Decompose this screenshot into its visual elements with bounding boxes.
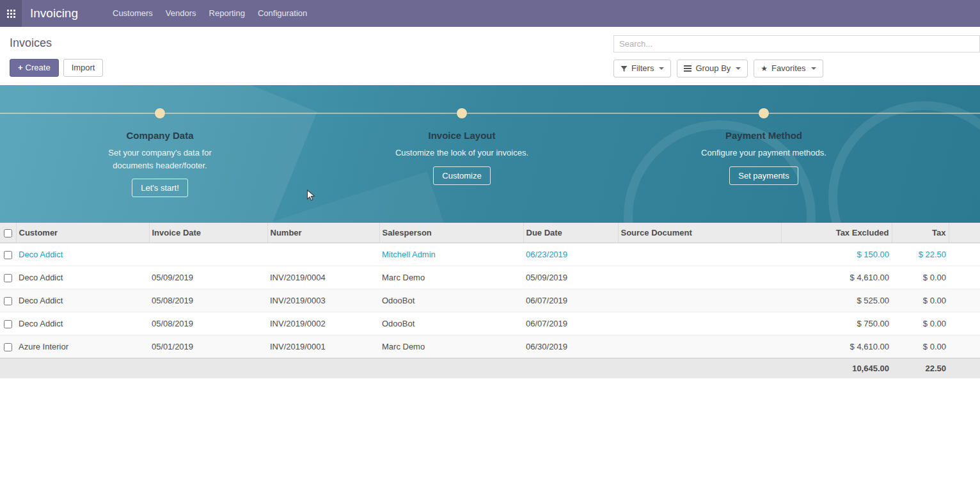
- cell-customer: Deco Addict: [16, 266, 149, 289]
- step-dot-icon: [155, 108, 165, 118]
- cell-invoice-date: 05/09/2019: [149, 266, 267, 289]
- cell-customer: Azure Interior: [16, 335, 149, 358]
- select-all-checkbox[interactable]: [4, 229, 12, 237]
- row-select-cell: [0, 243, 16, 266]
- apps-grid-icon: [7, 10, 15, 18]
- total-tax-excluded: 10,645.00: [781, 358, 892, 379]
- search-input[interactable]: [613, 35, 980, 52]
- row-checkbox[interactable]: [4, 343, 12, 351]
- invoice-row[interactable]: Deco AddictMitchell Admin06/23/2019$ 150…: [0, 243, 980, 266]
- column-tax[interactable]: Tax: [892, 223, 949, 243]
- cell-salesperson: Marc Demo: [379, 266, 523, 289]
- totals-row: 10,645.00 22.50: [0, 358, 980, 379]
- column-customer[interactable]: Customer: [16, 223, 149, 243]
- cell-source-document: [618, 289, 781, 312]
- invoice-row[interactable]: Deco Addict05/08/2019INV/2019/0003OdooBo…: [0, 289, 980, 312]
- cell-source-document: [618, 243, 781, 266]
- caret-down-icon: [736, 67, 741, 70]
- cell-spacer: [949, 312, 980, 335]
- favorites-button[interactable]: ★ Favorites: [754, 60, 823, 77]
- cell-tax-excluded: $ 4,610.00: [781, 266, 892, 289]
- invoice-row[interactable]: Deco Addict05/08/2019INV/2019/0002OdooBo…: [0, 312, 980, 335]
- caret-down-icon: [811, 67, 816, 70]
- app-title[interactable]: Invoicing: [30, 6, 78, 20]
- caret-down-icon: [659, 67, 664, 70]
- group-by-button[interactable]: Group By: [677, 60, 748, 77]
- row-checkbox[interactable]: [4, 251, 12, 259]
- cell-invoice-date: 05/08/2019: [149, 312, 267, 335]
- top-navbar: Invoicing Customers Vendors Reporting Co…: [0, 0, 980, 27]
- column-invoice-date[interactable]: Invoice Date: [149, 223, 267, 243]
- set-payments-button[interactable]: Set payments: [729, 166, 798, 185]
- favorites-star-icon: ★: [761, 63, 768, 74]
- cell-invoice-date: 05/08/2019: [149, 289, 267, 312]
- column-source-document[interactable]: Source Document: [618, 223, 781, 243]
- column-due-date[interactable]: Due Date: [523, 223, 618, 243]
- select-all-cell: [0, 223, 16, 243]
- cell-due-date: 06/23/2019: [523, 243, 618, 266]
- step-description: Set your company's data for documents he…: [93, 147, 227, 172]
- cell-spacer: [949, 335, 980, 358]
- invoice-row[interactable]: Deco Addict05/09/2019INV/2019/0004Marc D…: [0, 266, 980, 289]
- row-checkbox[interactable]: [4, 320, 12, 328]
- cell-tax: $ 22.50: [892, 243, 949, 266]
- column-number[interactable]: Number: [267, 223, 379, 243]
- cell-tax: $ 0.00: [892, 266, 949, 289]
- cell-spacer: [949, 266, 980, 289]
- create-button[interactable]: +Create: [10, 59, 59, 77]
- total-tax: 22.50: [892, 358, 949, 379]
- step-title: Company Data: [126, 130, 193, 141]
- import-button[interactable]: Import: [63, 59, 104, 77]
- invoice-row[interactable]: Azure Interior05/01/2019INV/2019/0001Mar…: [0, 335, 980, 358]
- menu-configuration[interactable]: Configuration: [251, 0, 313, 27]
- cell-due-date: 06/07/2019: [523, 289, 618, 312]
- row-select-cell: [0, 266, 16, 289]
- row-checkbox[interactable]: [4, 297, 12, 305]
- column-salesperson[interactable]: Salesperson: [379, 223, 523, 243]
- menu-vendors[interactable]: Vendors: [159, 0, 203, 27]
- cell-number: [267, 243, 379, 266]
- cell-salesperson: Marc Demo: [379, 335, 523, 358]
- apps-menu-button[interactable]: [0, 0, 22, 27]
- invoices-table: Customer Invoice Date Number Salesperson…: [0, 223, 980, 378]
- cell-salesperson: OdooBot: [379, 289, 523, 312]
- row-checkbox[interactable]: [4, 274, 12, 282]
- cell-customer: Deco Addict: [16, 312, 149, 335]
- cell-customer: Deco Addict: [16, 243, 149, 266]
- row-select-cell: [0, 335, 16, 358]
- onboarding-step-payment-method: Payment Method Configure your payment me…: [613, 85, 915, 223]
- cell-tax: $ 0.00: [892, 335, 949, 358]
- onboarding-panel: Company Data Set your company's data for…: [0, 85, 980, 223]
- plus-icon: +: [18, 63, 23, 72]
- step-description: Configure your payment methods.: [701, 147, 826, 159]
- row-select-cell: [0, 289, 16, 312]
- cell-due-date: 06/07/2019: [523, 312, 618, 335]
- invoice-table-body: Deco AddictMitchell Admin06/23/2019$ 150…: [0, 243, 980, 358]
- cell-invoice-date: [149, 243, 267, 266]
- breadcrumb-title: Invoices: [10, 36, 103, 50]
- cell-invoice-date: 05/01/2019: [149, 335, 267, 358]
- column-tax-excluded[interactable]: Tax Excluded: [781, 223, 892, 243]
- cell-spacer: [949, 289, 980, 312]
- totals-spacer: [949, 358, 980, 379]
- cell-tax: $ 0.00: [892, 289, 949, 312]
- totals-empty-cell: [0, 358, 781, 379]
- cell-number: INV/2019/0003: [267, 289, 379, 312]
- column-spacer: [949, 223, 980, 243]
- navbar-menus: Customers Vendors Reporting Configuratio…: [106, 0, 313, 27]
- onboarding-step-company-data: Company Data Set your company's data for…: [9, 85, 311, 223]
- cell-customer: Deco Addict: [16, 289, 149, 312]
- menu-reporting[interactable]: Reporting: [203, 0, 251, 27]
- step-dot-icon: [457, 108, 467, 118]
- step-title: Payment Method: [725, 130, 802, 141]
- cell-source-document: [618, 266, 781, 289]
- lets-start-button[interactable]: Let's start!: [132, 179, 188, 197]
- step-title: Invoice Layout: [428, 130, 495, 141]
- menu-customers[interactable]: Customers: [106, 0, 159, 27]
- cell-tax-excluded: $ 525.00: [781, 289, 892, 312]
- cell-tax-excluded: $ 150.00: [781, 243, 892, 266]
- cell-source-document: [618, 312, 781, 335]
- customize-button[interactable]: Customize: [433, 166, 490, 185]
- filters-button[interactable]: Filters: [613, 60, 671, 77]
- cell-number: INV/2019/0004: [267, 266, 379, 289]
